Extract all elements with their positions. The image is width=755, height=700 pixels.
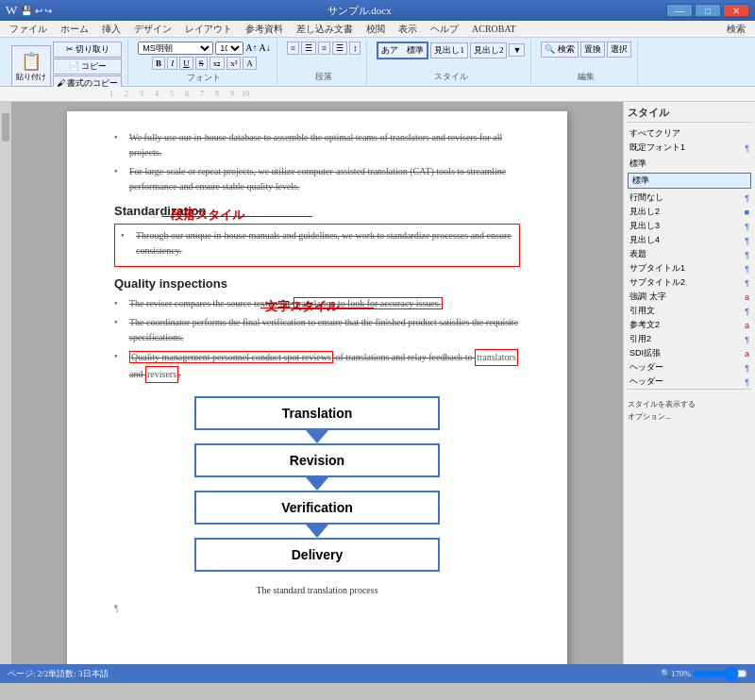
align-center-button[interactable]: ☰ xyxy=(301,42,316,55)
menu-search[interactable]: 検索 xyxy=(721,22,751,37)
show-styles-button[interactable]: スタイルを表示する xyxy=(628,399,751,409)
menu-insert[interactable]: 挿入 xyxy=(96,22,126,37)
style-clear-all-label: すべてクリア xyxy=(629,127,680,140)
cut-button[interactable]: ✂ 切り取り xyxy=(53,42,122,58)
maximize-button[interactable]: □ xyxy=(695,4,721,17)
align-right-button[interactable]: ≡ xyxy=(318,42,330,55)
editing-label: 編集 xyxy=(578,71,595,83)
style-title-label: 表題 xyxy=(629,248,646,260)
style-header2-label: ヘッダー xyxy=(629,375,663,388)
zoom-slider[interactable] xyxy=(691,669,747,678)
style-sdi[interactable]: SDI拡張 a xyxy=(628,346,751,360)
quality-bullet-3: Quality management personnel conduct spo… xyxy=(114,349,520,383)
style-citation[interactable]: 引用文 ¶ xyxy=(628,304,751,318)
style-h3[interactable]: 見出し3 ¶ xyxy=(628,219,751,233)
menu-design[interactable]: デザイン xyxy=(128,22,177,37)
font-color-button[interactable]: A xyxy=(243,57,257,70)
quality-heading: Quality inspections xyxy=(114,276,520,291)
style-h2-label: 見出し2 xyxy=(629,206,660,218)
style-no-spacing[interactable]: 行間なし ¶ xyxy=(628,191,751,205)
menu-acrobat[interactable]: ACROBAT xyxy=(466,23,522,35)
inline-red-translators: translators xyxy=(475,349,518,366)
style-quote2-icon: ¶ xyxy=(745,335,749,344)
quality-bullet-2: The coordinator performs the final verif… xyxy=(114,315,520,345)
font-shrink-button[interactable]: A↓ xyxy=(259,42,270,53)
style-active-box[interactable]: 標準 xyxy=(628,173,751,189)
menu-home[interactable]: ホーム xyxy=(55,22,94,37)
style-emphasis-bold[interactable]: 強調 太字 a xyxy=(628,290,751,304)
style-subtitle1[interactable]: サブタイトル1 ¶ xyxy=(628,261,751,275)
doc-area[interactable]: We fully use our in-house database to as… xyxy=(11,102,623,664)
status-bar: ページ: 2/2 単語数: 3 日本語 🔍 170% xyxy=(0,664,755,683)
strikethrough-button[interactable]: S xyxy=(195,57,208,70)
style-h4-icon: ¶ xyxy=(745,236,749,245)
style-normal-label: 標準 xyxy=(629,158,646,170)
underline-button[interactable]: U xyxy=(179,57,193,70)
menu-file[interactable]: ファイル xyxy=(4,22,53,37)
close-button[interactable]: ✕ xyxy=(723,4,749,17)
ribbon-font-format: B I U S x₂ x² A xyxy=(152,57,257,70)
style-heading1[interactable]: 見出し1 xyxy=(430,42,468,58)
paragraph-style-annotation: 段落スタイル xyxy=(171,207,244,224)
style-panel-title: スタイル xyxy=(628,106,751,123)
line-spacing-button[interactable]: ↕ xyxy=(349,42,361,55)
select-button[interactable]: 選択 xyxy=(607,42,631,58)
font-size-select[interactable]: 10.5 xyxy=(215,42,243,55)
style-header2[interactable]: ヘッダー ¶ xyxy=(628,375,751,389)
menu-review[interactable]: 校閲 xyxy=(361,22,391,37)
bold-button[interactable]: B xyxy=(152,57,165,70)
menu-references[interactable]: 参考資料 xyxy=(240,22,289,37)
paste-button[interactable]: 📋 貼り付け xyxy=(11,45,51,87)
title-bar: W 💾 ↩ ↪ サンプル.docx — □ ✕ xyxy=(0,0,755,21)
find-button[interactable]: 🔍 検索 xyxy=(541,42,578,58)
style-h3-label: 見出し3 xyxy=(629,220,660,232)
style-no-spacing-icon: ¶ xyxy=(745,193,749,203)
ribbon-para-btns: ≡ ☰ ≡ ☰ ↕ xyxy=(287,42,361,55)
style-h2[interactable]: 見出し2 ■ xyxy=(628,205,751,219)
style-h4[interactable]: 見出し4 ¶ xyxy=(628,233,751,247)
align-left-button[interactable]: ≡ xyxy=(287,42,299,55)
annotation-region-standardization: 段落スタイル Through our unique in-house manua… xyxy=(114,224,520,267)
menu-bar: ファイル ホーム 挿入 デザイン レイアウト 参考資料 差し込み文書 校閲 表示… xyxy=(0,21,755,38)
font-family-select[interactable]: MS明朝 xyxy=(138,42,213,55)
style-title[interactable]: 表題 ¶ xyxy=(628,247,751,261)
vertical-scrollbar-left[interactable] xyxy=(0,102,11,664)
style-header[interactable]: ヘッダー ¶ xyxy=(628,360,751,375)
style-ref2[interactable]: 参考文2 a xyxy=(628,318,751,332)
menu-mailings[interactable]: 差し込み文書 xyxy=(291,22,359,37)
options-button[interactable]: オプション... xyxy=(628,411,751,422)
superscript-button[interactable]: x² xyxy=(226,57,241,70)
style-normal[interactable]: あア 標準 xyxy=(377,42,428,59)
style-default[interactable]: 既定フォント1 ¶ xyxy=(628,141,751,155)
ribbon-group-font: MS明朝 10.5 A↑ A↓ B I U S x₂ x² A フォント xyxy=(132,40,277,85)
font-grow-button[interactable]: A↑ xyxy=(245,42,257,53)
process-label-translation: Translation xyxy=(282,406,353,421)
style-subtitle2[interactable]: サブタイトル2 ¶ xyxy=(628,275,751,290)
style-clear-all[interactable]: すべてクリア xyxy=(628,126,751,141)
app-icon: W xyxy=(6,3,17,18)
style-normal-entry[interactable]: 標準 xyxy=(628,157,751,171)
status-zoom-icon[interactable]: 🔍 xyxy=(661,669,671,678)
style-subtitle1-icon: ¶ xyxy=(745,264,749,274)
paragraph-mark: ¶ xyxy=(114,603,520,613)
italic-button[interactable]: I xyxy=(167,57,177,70)
style-more[interactable]: ▼ xyxy=(509,43,525,57)
style-default-label: 既定フォント1 xyxy=(629,142,685,154)
minimize-button[interactable]: — xyxy=(666,4,693,17)
style-header-icon: ¶ xyxy=(745,363,749,373)
ribbon-font-btns: MS明朝 10.5 A↑ A↓ xyxy=(138,42,270,55)
justify-button[interactable]: ☰ xyxy=(332,42,347,55)
menu-layout[interactable]: レイアウト xyxy=(179,22,238,37)
menu-help[interactable]: ヘルプ xyxy=(425,22,464,37)
style-sdi-icon: a xyxy=(745,349,749,358)
style-heading2[interactable]: 見出し2 xyxy=(470,42,508,58)
style-quote2[interactable]: 引用2 ¶ xyxy=(628,332,751,346)
doc-page: We fully use our in-house database to as… xyxy=(67,111,567,664)
style-title-icon: ¶ xyxy=(745,250,749,259)
ribbon-group-paragraph: ≡ ☰ ≡ ☰ ↕ 段落 xyxy=(281,40,368,85)
subscript-button[interactable]: x₂ xyxy=(210,57,226,70)
copy-button[interactable]: 📄 コピー xyxy=(53,58,122,75)
replace-button[interactable]: 置換 xyxy=(580,42,605,58)
menu-view[interactable]: 表示 xyxy=(393,22,423,37)
ribbon-group-styles: あア 標準 見出し1 見出し2 ▼ スタイル xyxy=(371,40,531,85)
